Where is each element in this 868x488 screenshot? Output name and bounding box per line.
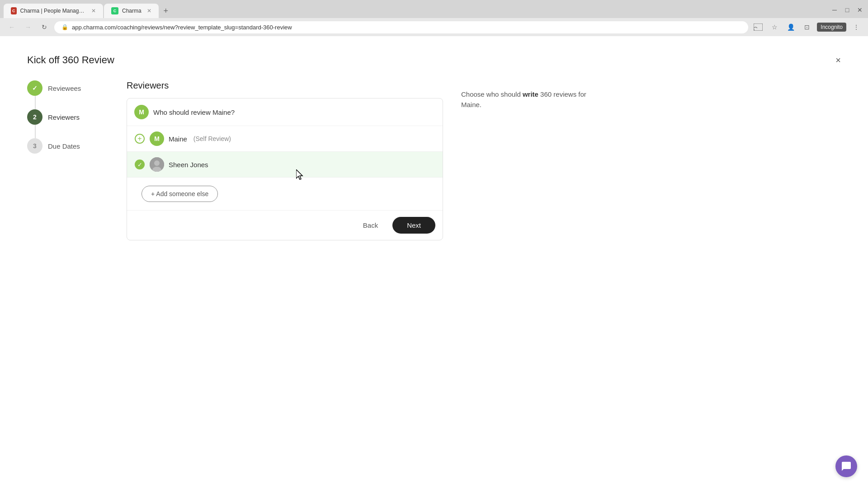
menu-icon[interactable]: ⋮ <box>850 21 863 33</box>
info-text-bold: write <box>523 90 538 98</box>
tab-favicon-2: C <box>111 7 118 14</box>
add-someone-container: + Add someone else <box>127 178 443 210</box>
chat-bubble-button[interactable] <box>835 455 857 477</box>
reviewer-name-sheen: Sheen Jones <box>169 161 208 169</box>
step-circle-3: 3 <box>27 138 42 154</box>
step-circle-2: 2 <box>27 109 42 125</box>
reviewer-row-maine[interactable]: + M Maine (Self Review) <box>127 126 443 152</box>
add-icon-maine: + <box>134 133 145 144</box>
page-content: Kick off 360 Review × ✓ Reviewees 2 Revi… <box>0 36 868 488</box>
back-button[interactable]: Back <box>356 218 385 233</box>
step-item-due-dates: 3 Due Dates <box>27 138 118 154</box>
check-circle-sheen: ✓ <box>135 160 145 169</box>
incognito-badge: Incognito <box>817 23 846 32</box>
tab-charma[interactable]: C Charma ✕ <box>104 4 159 18</box>
check-icon-sheen: ✓ <box>134 159 145 170</box>
tab-favicon-1: C <box>11 7 17 14</box>
stepper: ✓ Reviewees 2 Reviewers 3 Due Dates <box>27 80 127 240</box>
reviewee-header: M Who should review Maine? <box>127 99 443 126</box>
step-connector-2 <box>35 125 36 138</box>
reviewer-name-maine: Maine <box>169 135 187 143</box>
avatar-maine: M <box>150 131 164 146</box>
tab-close-2[interactable]: ✕ <box>147 8 151 14</box>
avatar-sheen <box>150 157 164 172</box>
new-tab-button[interactable]: + <box>160 5 172 17</box>
extensions-icon: ⊡ <box>801 21 813 33</box>
info-text-before: Choose who should <box>461 90 523 98</box>
self-review-tag: (Self Review) <box>192 135 231 142</box>
address-bar: ← → ↻ 🔒 app.charma.com/coaching/reviews/… <box>0 18 868 36</box>
lock-icon: 🔒 <box>61 24 68 30</box>
card-footer: Back Next <box>127 210 443 240</box>
svg-point-3 <box>154 160 160 166</box>
close-button[interactable]: × <box>835 55 841 66</box>
tab-charma-people[interactable]: C Charma | People Management S... ✕ <box>4 4 103 18</box>
step-item-reviewers: 2 Reviewers <box>27 109 118 125</box>
step-connector-1 <box>35 96 36 109</box>
window-close-button[interactable]: ✕ <box>855 5 864 14</box>
next-button[interactable]: Next <box>392 217 435 234</box>
info-text: Choose who should write 360 reviews for … <box>461 89 597 110</box>
tab-label-1: Charma | People Management S... <box>20 8 86 14</box>
bookmark-icon[interactable]: ☆ <box>768 21 781 33</box>
cast-icon <box>752 21 764 33</box>
section-title: Reviewers <box>127 80 443 91</box>
url-bar[interactable]: 🔒 app.charma.com/coaching/reviews/new?re… <box>54 21 748 33</box>
minimize-button[interactable]: ─ <box>830 5 839 14</box>
tab-label-2: Charma <box>122 8 142 14</box>
step-item-reviewees: ✓ Reviewees <box>27 80 118 96</box>
dialog-header: Kick off 360 Review × <box>27 54 841 66</box>
step-label-due-dates: Due Dates <box>48 142 80 150</box>
main-content: Reviewers M Who should review Maine? + M… <box>127 80 443 240</box>
reviewee-avatar: M <box>134 105 149 119</box>
reviewer-row-sheen[interactable]: ✓ Sheen Jones <box>127 152 443 178</box>
reviewee-card: M Who should review Maine? + M Maine (Se… <box>127 98 443 240</box>
reviewee-question: Who should review Maine? <box>153 108 235 116</box>
add-someone-button[interactable]: + Add someone else <box>142 186 218 202</box>
forward-nav-button[interactable]: → <box>22 21 34 33</box>
tab-bar: C Charma | People Management S... ✕ C Ch… <box>0 0 868 18</box>
info-panel: Choose who should write 360 reviews for … <box>452 80 606 240</box>
add-someone-label: + Add someone else <box>151 190 208 197</box>
back-nav-button[interactable]: ← <box>5 21 18 33</box>
reload-button[interactable]: ↻ <box>38 21 51 33</box>
profile-icon[interactable]: 👤 <box>784 21 797 33</box>
dialog-title: Kick off 360 Review <box>27 54 114 66</box>
step-label-reviewers: Reviewers <box>48 113 80 121</box>
step-circle-1: ✓ <box>27 80 42 96</box>
maximize-button[interactable]: □ <box>843 5 852 14</box>
plus-circle-maine: + <box>135 134 145 144</box>
dialog-body: ✓ Reviewees 2 Reviewers 3 Due Dates Revi… <box>27 80 841 240</box>
url-text: app.charma.com/coaching/reviews/new?revi… <box>72 24 292 31</box>
step-label-reviewees: Reviewees <box>48 84 81 92</box>
tab-close-1[interactable]: ✕ <box>91 8 96 14</box>
